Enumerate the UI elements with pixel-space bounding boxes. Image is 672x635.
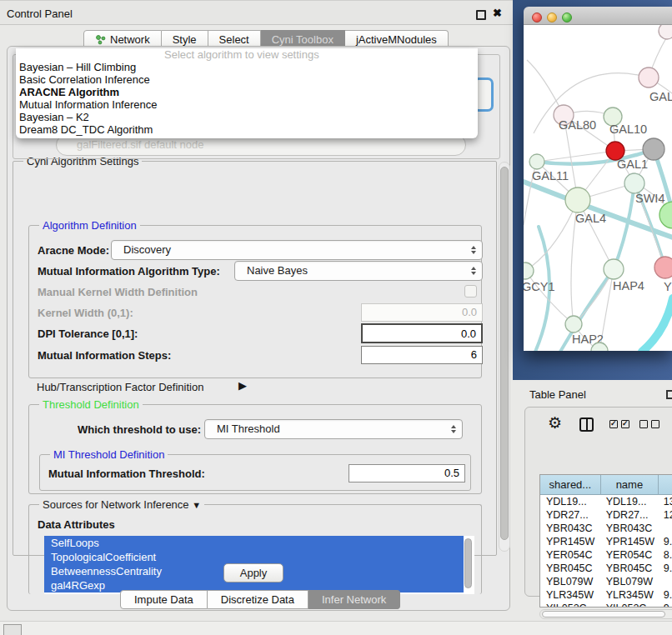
- network-edge[interactable]: [525, 200, 578, 271]
- split-columns-icon[interactable]: [579, 418, 594, 432]
- table-horizontal-scrollbar[interactable]: [539, 609, 672, 619]
- network-edge[interactable]: [614, 183, 634, 269]
- which-threshold-value: MI Threshold: [217, 422, 280, 435]
- mi-steps-field[interactable]: 6: [361, 346, 483, 364]
- aracne-mode-value: Discovery: [123, 243, 171, 256]
- vertical-scrollbar[interactable]: [499, 162, 510, 552]
- algorithm-dropdown: Select algorithm to view settings Bayesi…: [16, 48, 478, 138]
- algorithm-definition-legend: Algorithm Definition: [39, 219, 140, 232]
- network-node-gal4[interactable]: [565, 188, 590, 212]
- close-panel-icon[interactable]: ✖: [493, 7, 502, 19]
- algorithm-option[interactable]: Dream8 DC_TDC Algorithm: [16, 123, 478, 136]
- column-header[interactable]: shared...: [540, 475, 601, 495]
- attribute-item[interactable]: SelfLoops: [44, 536, 464, 550]
- table-cell: YBR043C: [540, 522, 601, 535]
- select-all-icon[interactable]: [609, 420, 633, 432]
- network-node-swi4[interactable]: [624, 173, 644, 193]
- table-scrollbar-thumb[interactable]: [542, 611, 665, 618]
- vertical-scrollbar-thumb[interactable]: [500, 167, 509, 540]
- float-panel-icon[interactable]: [666, 390, 672, 399]
- node-label: SWI4: [635, 192, 664, 205]
- network-node[interactable]: [659, 202, 672, 228]
- tab-label: Cyni Toolbox: [272, 33, 333, 46]
- network-node[interactable]: [659, 25, 672, 39]
- attribute-item[interactable]: TopologicalCoefficient: [44, 550, 464, 564]
- table-row[interactable]: YLR345WYLR345W9.: [540, 588, 672, 602]
- network-edge[interactable]: [642, 298, 672, 351]
- table-row[interactable]: YER054CYER054C8.: [540, 548, 672, 562]
- network-node-y[interactable]: [654, 257, 672, 278]
- tab-discretize-data[interactable]: Discretize Data: [208, 590, 308, 609]
- algorithm-definition-group: Algorithm Definition Aracne Mode: Discov…: [28, 225, 482, 378]
- table-row[interactable]: YPR145WYPR145W9.: [540, 535, 672, 548]
- network-node-gal11[interactable]: [529, 154, 544, 169]
- network-canvas[interactable]: GALGAL80GAL10GAL1GAL11SWI4GAL4GCY1HAP4YH…: [524, 25, 672, 351]
- threshold-definition-legend: Threshold Definition: [39, 398, 143, 411]
- table-header-row: shared...name: [540, 475, 672, 495]
- table-cell: YBL079W: [601, 575, 659, 588]
- network-icon: [95, 34, 106, 45]
- float-panel-icon[interactable]: [476, 10, 486, 20]
- bottom-strip: [0, 621, 672, 635]
- network-edge[interactable]: [524, 182, 672, 238]
- collapse-arrow-icon[interactable]: ▼: [192, 500, 201, 510]
- tab-label: Select: [219, 33, 249, 46]
- table-row[interactable]: YBR045CYBR045C9.: [540, 562, 672, 575]
- column-header[interactable]: name: [601, 475, 659, 495]
- close-window-icon[interactable]: [532, 12, 542, 22]
- table-cell: YDR27...: [601, 508, 659, 522]
- algorithm-option[interactable]: Bayesian – K2: [16, 111, 478, 123]
- which-threshold-combo[interactable]: MI Threshold: [204, 419, 463, 439]
- kernel-width-field[interactable]: 0.0: [361, 303, 483, 322]
- network-node-hap4[interactable]: [604, 259, 624, 279]
- sources-legend: Sources for Network Inference ▼: [39, 498, 204, 511]
- algorithm-option[interactable]: ARACNE Algorithm: [16, 86, 478, 98]
- network-node-hap2[interactable]: [565, 316, 582, 332]
- tab-impute-data[interactable]: Impute Data: [120, 590, 208, 609]
- algorithm-dropdown-placeholder: Select algorithm to view settings: [16, 48, 478, 61]
- network-node-gal[interactable]: [639, 68, 659, 88]
- mi-threshold-field[interactable]: 0.5: [349, 464, 465, 482]
- list-scrollbar-thumb[interactable]: [464, 538, 472, 588]
- tab-infer-network[interactable]: Infer Network: [308, 590, 400, 609]
- deselect-all-icon[interactable]: [639, 420, 663, 432]
- apply-button[interactable]: Apply: [223, 563, 283, 582]
- table-cell: YER054C: [540, 548, 601, 562]
- hub-definition-label: Hub/Transcription Factor Definition: [37, 381, 203, 393]
- collapsed-panel-button[interactable]: [3, 624, 22, 635]
- node-label: GAL10: [609, 122, 647, 136]
- table-cell: YPR145W: [540, 535, 601, 548]
- node-table[interactable]: shared...name YDL19...YDL19...13YDR27...…: [539, 474, 672, 608]
- network-node[interactable]: [643, 138, 664, 160]
- cyni-bottom-tabs: Impute DataDiscretize DataInfer Network: [120, 590, 400, 609]
- kernel-width-label: Kernel Width (0,1):: [38, 307, 133, 319]
- gear-icon[interactable]: ⚙: [548, 415, 562, 431]
- table-cell: 8.: [659, 548, 672, 562]
- mi-type-combo[interactable]: Naive Bayes: [234, 261, 483, 281]
- table-row[interactable]: YDR27...YDR27...12: [540, 508, 672, 522]
- table-row[interactable]: YBR043CYBR043C: [540, 522, 672, 535]
- table-cell: YIL052C: [601, 602, 659, 608]
- table-cell: [659, 575, 672, 588]
- mi-steps-label: Mutual Information Steps:: [38, 349, 171, 362]
- minimize-window-icon[interactable]: [547, 12, 557, 22]
- algorithm-option[interactable]: Bayesian – Hill Climbing: [16, 61, 478, 73]
- dpi-tolerance-field[interactable]: 0.0: [361, 323, 483, 343]
- algorithm-option[interactable]: Mutual Information Inference: [16, 98, 478, 111]
- table-row[interactable]: YDL19...YDL19...13: [540, 495, 672, 508]
- algorithm-option[interactable]: Basic Correlation Inference: [16, 73, 478, 86]
- table-cell: YBR045C: [540, 562, 601, 575]
- cyni-toolbox-panel: galFiltered.sif default node Select algo…: [7, 46, 510, 611]
- manual-kernel-checkbox[interactable]: [464, 285, 477, 298]
- dpi-tolerance-label: DPI Tolerance [0,1]:: [38, 328, 138, 340]
- network-node-gcy1[interactable]: [524, 262, 534, 279]
- column-header[interactable]: [659, 475, 672, 495]
- manual-kernel-label: Manual Kernel Width Definition: [38, 286, 198, 298]
- table-row[interactable]: YIL052CYIL052C9.: [540, 602, 672, 608]
- zoom-window-icon[interactable]: [562, 12, 572, 22]
- table-row[interactable]: YBL079WYBL079W: [540, 575, 672, 588]
- network-window-titlebar[interactable]: [524, 7, 672, 25]
- aracne-mode-combo[interactable]: Discovery: [111, 240, 483, 260]
- which-threshold-label: Which threshold to use:: [78, 423, 201, 436]
- expand-arrow-icon[interactable]: ▶: [238, 379, 247, 392]
